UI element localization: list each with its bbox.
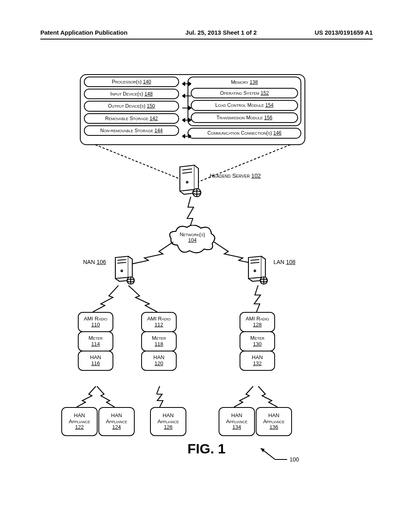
nan-server-icon — [113, 256, 136, 286]
han-appliance-126: HAN Appliance126 — [150, 407, 186, 436]
svg-marker-6 — [189, 106, 191, 110]
bolt-han120-a126 — [156, 386, 169, 407]
bolt-nan-left — [93, 285, 119, 312]
lan-label: LAN 108 — [273, 259, 295, 265]
svg-marker-12 — [189, 135, 191, 138]
svg-marker-11 — [182, 135, 185, 138]
svg-marker-2 — [189, 82, 191, 85]
bolt-han132-a136 — [258, 386, 277, 407]
svg-point-21 — [121, 270, 123, 272]
header-rule — [40, 39, 373, 39]
svg-marker-31 — [261, 448, 265, 452]
header-right: US 2013/0191659 A1 — [315, 29, 373, 36]
removable-storage-block: Removable Storage 142 — [84, 113, 179, 124]
ami-radio-110: AMI Radio110 — [78, 312, 113, 332]
communication-connections-block: Communication Connection(s) 146 — [188, 128, 301, 138]
meter-118: Meter118 — [141, 331, 177, 351]
header-center: Jul. 25, 2013 Sheet 1 of 2 — [186, 29, 257, 36]
meter-114: Meter114 — [78, 331, 113, 351]
figure-title: FIG. 1 — [0, 441, 413, 457]
nan-label: NAN 106 — [83, 259, 106, 265]
headend-detail-box: Processor(s) 140 Input Device(s) 148 Out… — [80, 74, 305, 145]
han-appliance-136: HAN Appliance136 — [256, 407, 292, 436]
han-appliance-134: HAN Appliance134 — [219, 407, 255, 436]
nonremovable-storage-block: Non-removable Storage 144 — [84, 125, 179, 136]
page-header: Patent Application Publication Jul. 25, … — [40, 29, 373, 36]
ami-radio-112: AMI Radio112 — [141, 312, 177, 332]
nan-left-stack: AMI Radio110 Meter114 HAN116 — [78, 312, 113, 371]
han-appliance-122: HAN Appliance122 — [61, 407, 98, 436]
svg-marker-9 — [189, 118, 191, 122]
bolt-han132-a134 — [234, 386, 253, 407]
bolt-network-nan — [130, 242, 173, 264]
bolt-server-network — [185, 197, 197, 228]
bolt-nan-right — [128, 285, 157, 312]
meter-130: Meter130 — [240, 331, 275, 351]
figure-ref-leader — [261, 448, 287, 463]
svg-point-15 — [186, 181, 188, 183]
lan-stack: AMI Radio128 Meter130 HAN132 — [240, 312, 275, 371]
svg-marker-4 — [182, 94, 185, 98]
internal-bus-arrows — [182, 79, 191, 140]
svg-marker-8 — [182, 118, 185, 122]
figure-ref-100: 100 — [290, 456, 299, 463]
load-control-module-block: Load Control Module 154 — [191, 100, 298, 110]
processors-block: Processor(s) 140 — [84, 77, 179, 87]
svg-marker-1 — [182, 82, 185, 85]
bolt-lan — [253, 285, 263, 312]
operating-system-block: Operating System 152 — [191, 88, 298, 98]
nan-right-stack: AMI Radio112 Meter118 HAN120 — [141, 312, 177, 371]
han-120: HAN120 — [141, 351, 177, 371]
han-132: HAN132 — [240, 351, 275, 371]
bolt-han116-a124 — [97, 386, 115, 407]
headend-server-label: Headend Server 102 — [210, 172, 261, 179]
ami-radio-128: AMI Radio128 — [240, 312, 275, 332]
server-icon — [177, 164, 202, 197]
han-116: HAN116 — [78, 351, 113, 371]
memory-block: Memory 138 Operating System 152 Load Con… — [188, 77, 301, 126]
transmission-module-block: Transmission Module 156 — [191, 112, 298, 123]
callout-dashed-left — [95, 144, 182, 180]
bolt-han116-a122 — [77, 386, 96, 407]
svg-point-27 — [254, 270, 256, 272]
output-devices-block: Output Device(s) 150 — [84, 101, 179, 111]
han-appliance-124: HAN Appliance124 — [98, 407, 135, 436]
input-devices-block: Input Device(s) 148 — [84, 89, 179, 99]
header-left: Patent Application Publication — [40, 29, 127, 36]
network-label: Network(s)104 — [176, 232, 209, 243]
lan-server-icon — [246, 256, 269, 286]
